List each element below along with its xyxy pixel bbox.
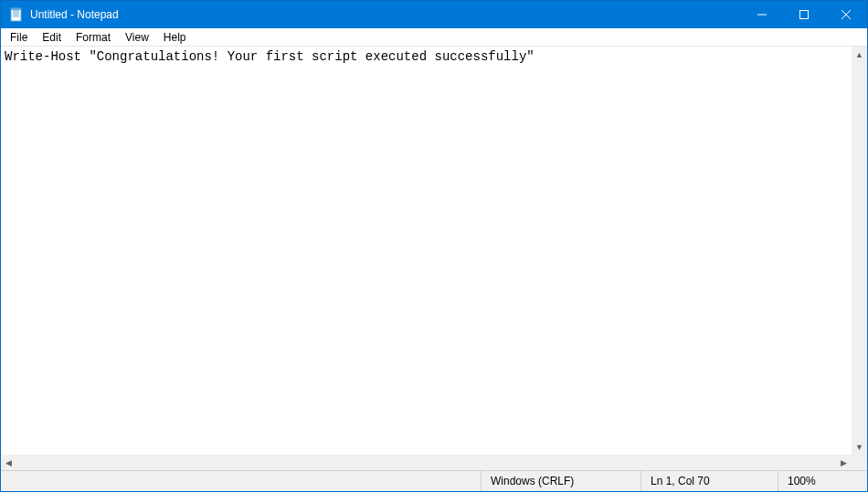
minimize-button[interactable]: [741, 1, 783, 28]
titlebar[interactable]: Untitled - Notepad: [1, 1, 867, 28]
status-zoom: 100%: [778, 471, 867, 491]
scrollbar-corner: [852, 455, 867, 470]
menu-view[interactable]: View: [118, 29, 156, 46]
scroll-up-icon[interactable]: ▲: [852, 47, 867, 62]
svg-rect-7: [800, 11, 809, 19]
horizontal-scrollbar[interactable]: ◀ ▶: [1, 455, 852, 470]
horizontal-scroll-track[interactable]: [16, 455, 836, 470]
window-title: Untitled - Notepad: [30, 8, 741, 21]
scroll-left-icon[interactable]: ◀: [1, 455, 16, 470]
status-encoding: Windows (CRLF): [481, 471, 640, 491]
menubar: File Edit Format View Help: [1, 28, 867, 47]
scroll-down-icon[interactable]: ▼: [852, 439, 867, 455]
status-spacer: [1, 471, 481, 491]
menu-file[interactable]: File: [3, 29, 35, 46]
scroll-right-icon[interactable]: ▶: [836, 455, 852, 470]
editor-area: Write-Host "Congratulations! Your first …: [1, 47, 867, 470]
notepad-icon: [8, 6, 25, 23]
maximize-button[interactable]: [783, 1, 825, 28]
svg-rect-5: [11, 8, 21, 10]
statusbar: Windows (CRLF) Ln 1, Col 70 100%: [1, 470, 867, 491]
editor-content[interactable]: Write-Host "Congratulations! Your first …: [1, 47, 867, 67]
menu-format[interactable]: Format: [69, 29, 118, 46]
vertical-scroll-track[interactable]: [852, 62, 867, 439]
close-button[interactable]: [825, 1, 867, 28]
vertical-scrollbar[interactable]: ▲ ▼: [852, 47, 867, 455]
menu-edit[interactable]: Edit: [35, 29, 69, 46]
status-position: Ln 1, Col 70: [640, 471, 778, 491]
window-controls: [741, 1, 867, 28]
notepad-window: Untitled - Notepad File Edit Format View…: [0, 0, 868, 492]
menu-help[interactable]: Help: [156, 29, 194, 46]
